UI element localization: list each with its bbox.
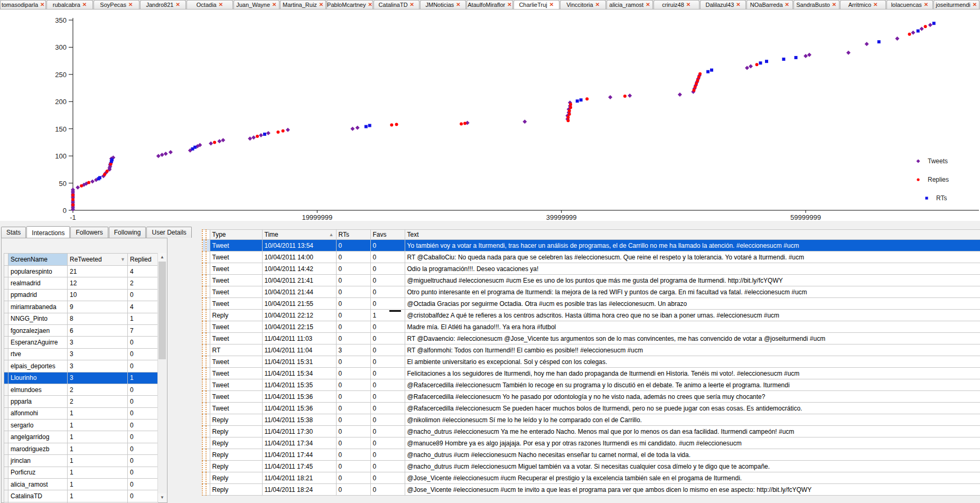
user-tab-tomasodiparla[interactable]: tomasodiparla✕ — [0, 0, 46, 9]
user-tab-Juan_Wayne[interactable]: Juan_Wayne✕ — [234, 0, 279, 9]
close-icon[interactable]: ✕ — [128, 2, 133, 7]
user-tab-Jandro821[interactable]: Jandro821✕ — [140, 0, 186, 9]
table-row[interactable]: sergarlo10 — [4, 420, 158, 431]
tweet-row[interactable]: Tweet10/04/2011 21:5500@Octadia Gracias … — [202, 298, 980, 310]
tweet-row[interactable]: Tweet10/04/2011 22:1500Madre mía. El Atl… — [202, 321, 980, 333]
tweet-row[interactable]: Tweet10/04/2011 21:4100@migueltruchaud #… — [202, 275, 980, 286]
tab-interactions[interactable]: Interactions — [26, 226, 70, 238]
tweet-row[interactable]: Tweet10/04/2011 14:0000RT @CaballoCiu: N… — [202, 252, 980, 263]
table-row[interactable]: EsperanzAguirre30 — [4, 337, 158, 348]
table-row[interactable]: miriamrabaneda94 — [4, 301, 158, 313]
tweet-row[interactable]: Tweet10/04/2011 21:4400Otro punto intere… — [202, 286, 980, 298]
close-icon[interactable]: ✕ — [272, 2, 276, 7]
user-tab-SandraBusto[interactable]: SandraBusto✕ — [794, 0, 839, 9]
table-row[interactable]: ppparla20 — [4, 396, 158, 407]
tweet-row[interactable]: Tweet11/04/2011 11:0300RT @Davaencio: #e… — [202, 333, 980, 344]
user-tab-alicia_ramost[interactable]: alicia_ramost✕ — [606, 0, 652, 9]
table-row[interactable]: marodriguezb10 — [4, 443, 158, 454]
table-row[interactable]: NNGG_Pinto81 — [4, 313, 158, 324]
close-icon[interactable]: ✕ — [595, 2, 600, 7]
user-tab-NOaBarreda[interactable]: NOaBarreda✕ — [746, 0, 792, 9]
user-tab-JMNoticias[interactable]: JMNoticias✕ — [420, 0, 466, 9]
tweet-row[interactable]: Reply11/04/2011 15:3800@nikolimon #elecc… — [202, 414, 980, 426]
tweet-row[interactable]: Reply11/04/2011 17:4500@nacho_dutrus #uc… — [202, 461, 980, 472]
user-tab-CharlieTruj[interactable]: CharlieTruj✕ — [514, 0, 559, 9]
column-header-time[interactable]: Time▲ — [262, 230, 336, 240]
tab-following[interactable]: Following — [109, 227, 146, 238]
close-icon[interactable]: ✕ — [924, 2, 928, 7]
column-header-rts[interactable]: RTs — [336, 230, 370, 240]
tweet-row[interactable]: Reply11/04/2011 17:3000@nacho_dutrus #el… — [202, 426, 980, 437]
column-header-retweeted[interactable]: ReTweeted▼ — [68, 254, 128, 266]
close-icon[interactable]: ✕ — [736, 2, 740, 7]
close-icon[interactable]: ✕ — [973, 2, 977, 7]
close-icon[interactable]: ✕ — [785, 2, 789, 7]
column-header-text[interactable]: Text — [405, 230, 980, 240]
close-icon[interactable]: ✕ — [82, 2, 87, 7]
user-tab-joseiturmendi[interactable]: joseiturmendi✕ — [934, 0, 979, 9]
column-header-replied[interactable]: Replied — [128, 254, 158, 266]
table-row[interactable]: Porficruz10 — [4, 467, 158, 478]
user-tab-Arritmico[interactable]: Arritmico✕ — [840, 0, 886, 9]
user-tab-Martina_Ruiz[interactable]: Martina_Ruiz✕ — [280, 0, 326, 9]
left-grid-scrollbar[interactable]: ▲ ▼ — [157, 253, 166, 502]
user-tab-rubalcabra[interactable]: rubalcabra✕ — [46, 0, 92, 9]
tab-stats[interactable]: Stats — [1, 227, 26, 238]
tweet-row[interactable]: Tweet11/04/2011 15:3600@Rafacercedilla #… — [202, 403, 980, 414]
close-icon[interactable]: ✕ — [368, 2, 372, 7]
tweet-row[interactable]: Reply11/04/2011 18:2100@Jose_Vicente #el… — [202, 472, 980, 484]
table-row[interactable]: rtve30 — [4, 348, 158, 360]
user-tab-SoyPecas[interactable]: SoyPecas✕ — [94, 0, 139, 9]
tweet-row[interactable]: Tweet10/04/2011 13:5400Yo también voy a … — [202, 240, 980, 252]
column-header-favs[interactable]: Favs — [370, 230, 405, 240]
column-header-type[interactable]: Type — [210, 230, 262, 240]
user-tab-criruiz48[interactable]: criruiz48✕ — [654, 0, 699, 9]
scroll-down-icon[interactable]: ▼ — [158, 493, 166, 502]
close-icon[interactable]: ✕ — [410, 2, 414, 7]
table-row[interactable]: alfonmohi10 — [4, 407, 158, 419]
table-row[interactable]: popularespinto214 — [4, 266, 158, 277]
tweet-row[interactable]: Tweet11/04/2011 15:3500@Rafacercedilla #… — [202, 379, 980, 391]
table-row[interactable]: elpais_deportes30 — [4, 360, 158, 372]
close-icon[interactable]: ✕ — [319, 2, 323, 7]
close-icon[interactable]: ✕ — [175, 2, 180, 7]
table-row[interactable]: realmadrid122 — [4, 277, 158, 289]
close-icon[interactable]: ✕ — [40, 2, 44, 7]
close-icon[interactable]: ✕ — [873, 2, 878, 7]
column-header-screenname[interactable]: ScreenName — [8, 254, 68, 266]
tab-followers[interactable]: Followers — [70, 227, 108, 238]
table-row[interactable]: jrinclan10 — [4, 455, 158, 467]
table-row[interactable]: ppmadrid100 — [4, 289, 158, 301]
table-row[interactable]: CatalinaTD10 — [4, 490, 158, 502]
table-row[interactable]: alicia_ramost10 — [4, 479, 158, 490]
tweet-row[interactable]: RT11/04/2011 11:0430RT @alfonmohi: Todos… — [202, 344, 980, 356]
user-tab-lolacuencas[interactable]: lolacuencas✕ — [886, 0, 932, 9]
close-icon[interactable]: ✕ — [219, 2, 223, 7]
table-row[interactable]: angelgarridog10 — [4, 431, 158, 443]
close-icon[interactable]: ✕ — [832, 2, 836, 7]
tweet-row[interactable]: Tweet11/04/2011 15:3400Felicitaciones a … — [202, 368, 980, 379]
sort-filter-icon[interactable]: ▼ — [120, 256, 125, 262]
tweet-row[interactable]: Tweet10/04/2011 14:4200Odio la programac… — [202, 263, 980, 275]
user-tab-Dalilazul43[interactable]: Dalilazul43✕ — [700, 0, 746, 9]
user-tab-Octadia[interactable]: Octadia✕ — [186, 0, 232, 9]
tweet-row[interactable]: Reply11/04/2011 18:2400@Jose_Vicente #el… — [202, 484, 980, 496]
user-tab-CatalinaTD[interactable]: CatalinaTD✕ — [374, 0, 419, 9]
close-icon[interactable]: ✕ — [686, 2, 690, 7]
table-row[interactable]: elmundoes20 — [4, 384, 158, 395]
table-row[interactable]: Llourinho31 — [4, 372, 158, 384]
user-tab-PabloMcartney[interactable]: PabloMcartney✕ — [326, 0, 372, 9]
close-icon[interactable]: ✕ — [507, 2, 511, 7]
close-icon[interactable]: ✕ — [646, 2, 650, 7]
close-icon[interactable]: ✕ — [456, 2, 460, 7]
scroll-up-icon[interactable]: ▲ — [158, 253, 166, 262]
user-tab-Vinccitoria[interactable]: Vinccitoria✕ — [560, 0, 606, 9]
close-icon[interactable]: ✕ — [549, 2, 554, 7]
tweet-row[interactable]: Tweet11/04/2011 15:3100El ambiente unive… — [202, 356, 980, 368]
tab-user-details[interactable]: User Details — [146, 227, 191, 238]
table-row[interactable]: fgonzalezjaen67 — [4, 324, 158, 336]
tweet-row[interactable]: Tweet11/04/2011 15:3600@Rafacercedilla #… — [202, 391, 980, 403]
tweet-row[interactable]: Reply10/04/2011 22:1201@cristobalfdez A … — [202, 310, 980, 321]
tweet-row[interactable]: Reply11/04/2011 17:4400@nacho_dutrus #uc… — [202, 449, 980, 461]
user-tab-AtaulfoMiraflor[interactable]: AtaulfoMiraflor✕ — [466, 0, 512, 9]
